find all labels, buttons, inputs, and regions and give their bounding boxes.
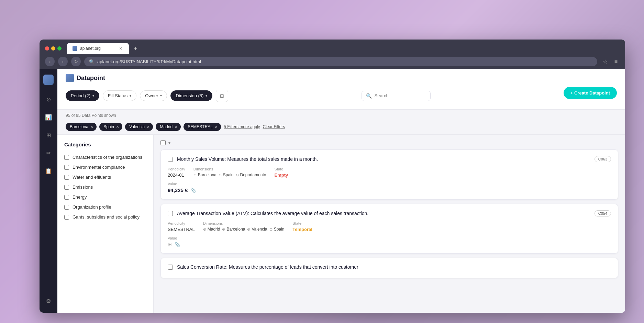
more-filters-label[interactable]: 5 Filters more apply xyxy=(224,124,260,129)
category-label-2: Water and effluents xyxy=(73,175,111,180)
chip-madrid-close[interactable]: × xyxy=(175,124,177,130)
category-checkbox-1[interactable] xyxy=(64,165,69,170)
sidebar-icon-grid[interactable]: ⊞ xyxy=(42,129,55,141)
owner-chevron-icon: ▾ xyxy=(160,94,162,98)
dim-label-barcelona2: Barcelona xyxy=(226,227,245,232)
fill-status-chevron-icon: ▾ xyxy=(130,94,131,98)
category-checkbox-5[interactable] xyxy=(64,205,69,210)
datapoint-card-0: Monthly Sales Volume: Measures the total… xyxy=(160,149,618,200)
owner-filter-button[interactable]: Owner ▾ xyxy=(140,90,167,101)
bookmark-star-icon[interactable]: ☆ xyxy=(601,57,610,66)
period-filter-button[interactable]: Period (2) ▾ xyxy=(66,90,99,101)
category-checkbox-4[interactable] xyxy=(64,195,69,200)
dim-tag-madrid: ⊙ Madrid xyxy=(203,227,220,232)
dim-icon-barcelona: ⊙ xyxy=(193,173,197,177)
category-item-5[interactable]: Organization profile xyxy=(64,202,146,212)
minimize-traffic-light[interactable] xyxy=(51,46,55,51)
card-checkbox-2[interactable] xyxy=(168,265,173,270)
card-title-0: Monthly Sales Volume: Measures the total… xyxy=(177,156,590,162)
card-checkbox-0[interactable] xyxy=(168,157,173,162)
clear-filters-button[interactable]: Clear Filters xyxy=(263,124,285,129)
category-item-3[interactable]: Emissions xyxy=(64,182,146,192)
dim-label-spain: Spain xyxy=(223,172,234,177)
category-checkbox-3[interactable] xyxy=(64,185,69,190)
dimensions-label-1: Dimensions xyxy=(203,221,285,225)
periodicity-label-0: Periodicity xyxy=(168,167,185,171)
owner-label: Owner xyxy=(145,93,158,98)
chip-spain[interactable]: Spain × xyxy=(99,123,122,131)
category-item-0[interactable]: Characteristics of the organizations xyxy=(64,152,146,162)
dim-icon-spain: ⊙ xyxy=(219,173,222,177)
top-bar: Datapoint Period (2) ▾ Fill Status ▾ Own… xyxy=(57,69,625,110)
dimensions-group-0: Dimensions ⊙ Barcelona ⊙ Spain xyxy=(193,167,266,178)
chip-valencia-close[interactable]: × xyxy=(147,124,149,130)
sidebar-icon-book[interactable]: 📋 xyxy=(42,165,55,177)
sidebar-logo[interactable] xyxy=(43,75,54,85)
reload-button[interactable]: ↻ xyxy=(71,57,81,66)
app-header: Datapoint xyxy=(66,74,617,82)
categories-panel: Categories Characteristics of the organi… xyxy=(57,135,154,313)
app-logo: Datapoint xyxy=(66,74,105,82)
app-logo-icon xyxy=(66,74,74,82)
close-traffic-light[interactable] xyxy=(45,46,49,51)
card-title-row-2: Sales Conversion Rate: Measures the perc… xyxy=(168,264,611,270)
data-list: ▾ Monthly Sales Volume: Measures the tot… xyxy=(154,135,625,313)
create-datapoint-button[interactable]: + Create Datapoint xyxy=(564,87,617,99)
list-checkbox-row: ▾ xyxy=(160,140,170,145)
chip-semestral[interactable]: SEMESTRAL × xyxy=(184,123,221,131)
select-dropdown-arrow[interactable]: ▾ xyxy=(168,141,170,145)
browser-window: aplanet.org × + ‹ › ↻ 🔍 aplanet.org/SUST… xyxy=(40,40,625,313)
sidebar-icon-pencil[interactable]: ✏ xyxy=(42,147,55,159)
category-checkbox-2[interactable] xyxy=(64,175,69,180)
category-item-1[interactable]: Environmental compliance xyxy=(64,162,146,172)
sidebar-icon-home[interactable]: ⊘ xyxy=(42,93,55,105)
dim-tag-departamento: ⊙ Departamento xyxy=(236,172,266,177)
dimension-filter-button[interactable]: Dimension (8) ▾ xyxy=(170,90,212,101)
active-tab[interactable]: aplanet.org × xyxy=(67,43,129,54)
category-checkbox-6[interactable] xyxy=(64,215,69,220)
chip-madrid[interactable]: Madrid × xyxy=(156,123,181,131)
sidebar-icon-settings[interactable]: ⚙ xyxy=(42,295,55,307)
maximize-traffic-light[interactable] xyxy=(57,46,62,51)
tab-close-button[interactable]: × xyxy=(118,46,123,51)
sidebar-icon-chart[interactable]: 📊 xyxy=(42,111,55,123)
browser-menu-icon[interactable]: ≡ xyxy=(612,57,620,66)
address-bar[interactable]: 🔍 aplanet.org/SUSTAINABILITY/KPI/MyDatap… xyxy=(84,57,597,66)
periodicity-label-1: Periodicity xyxy=(168,221,195,225)
value-label-0: Value xyxy=(168,182,611,186)
dim-tag-valencia: ⊙ Valencia xyxy=(247,227,267,232)
value-row-0: 94,325 € 📎 xyxy=(168,187,611,193)
new-tab-button[interactable]: + xyxy=(130,44,141,54)
card-checkbox-1[interactable] xyxy=(168,211,173,216)
chip-spain-label: Spain xyxy=(103,124,114,129)
fill-status-filter-button[interactable]: Fill Status ▾ xyxy=(103,90,136,101)
value-label-1: Value xyxy=(168,236,611,240)
category-item-4[interactable]: Energy xyxy=(64,192,146,202)
card-title-2: Sales Conversion Rate: Measures the perc… xyxy=(177,264,611,270)
category-checkbox-0[interactable] xyxy=(64,155,69,160)
select-all-checkbox[interactable] xyxy=(160,140,166,145)
dim-label-barcelona: Barcelona xyxy=(198,172,216,177)
forward-button[interactable]: › xyxy=(58,57,68,66)
category-item-2[interactable]: Water and effluents xyxy=(64,172,146,182)
chip-semestral-close[interactable]: × xyxy=(215,124,218,130)
back-button[interactable]: ‹ xyxy=(45,57,55,66)
category-item-6[interactable]: Gants, subsidies and social policy xyxy=(64,212,146,222)
chip-barcelona-close[interactable]: × xyxy=(90,124,93,130)
search-bar[interactable]: 🔍 xyxy=(362,91,431,101)
chip-spain-close[interactable]: × xyxy=(116,124,119,130)
filter-icon-button[interactable]: ⊟ xyxy=(216,90,228,102)
periodicity-group-1: Periodicity SEMESTRAL xyxy=(168,221,195,232)
value-group-1: Value ⊞ 📎 xyxy=(168,236,611,247)
dim-icon-spain2: ⊙ xyxy=(269,227,273,232)
value-amount-0: 94,325 € xyxy=(168,187,188,193)
state-group-1: State Temporal xyxy=(292,221,603,232)
value-group-0: Value 94,325 € 📎 xyxy=(168,182,611,193)
chip-barcelona[interactable]: Barcelona × xyxy=(66,123,97,131)
chip-valencia[interactable]: Valencia × xyxy=(125,123,153,131)
dim-tag-barcelona2: ⊙ Barcelona xyxy=(222,227,245,232)
search-input[interactable] xyxy=(375,93,426,98)
chip-semestral-label: SEMESTRAL xyxy=(188,124,213,129)
card-details-1: Periodicity SEMESTRAL Dimensions ⊙ Madri… xyxy=(168,221,611,232)
table-icon-1: ⊞ xyxy=(168,242,172,247)
